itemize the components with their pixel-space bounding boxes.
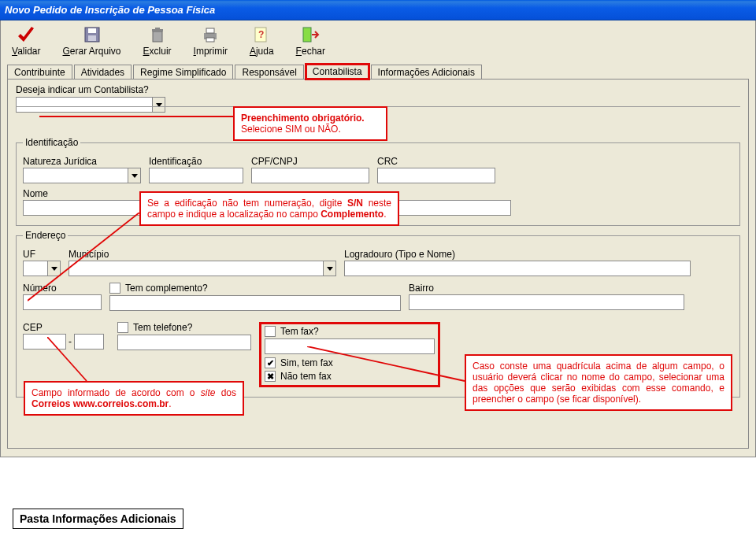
endereco-legend: Endereço — [23, 230, 68, 241]
tab-bar: Contribuinte Atividades Regime Simplific… — [1, 61, 755, 79]
callout-correios: Campo informado de acordo com o site dos… — [24, 381, 244, 416]
cep1-input[interactable] — [23, 334, 66, 350]
svg-rect-1 — [88, 28, 96, 33]
imprimir-label: Imprimir — [194, 46, 228, 57]
validar-label: Validar — [12, 46, 40, 57]
identificacao-legend: Identificação — [23, 137, 80, 148]
validar-button[interactable]: Validar — [12, 25, 40, 57]
tab-info-adicionais[interactable]: Informações Adicionais — [371, 65, 482, 80]
crc-input[interactable] — [377, 168, 495, 183]
numero-label: Número — [23, 283, 102, 294]
telefone-input[interactable] — [117, 335, 251, 350]
tem-telefone-label[interactable]: Tem telefone? — [133, 322, 192, 333]
cpfcnpj-input[interactable] — [251, 168, 369, 183]
chevron-down-icon — [153, 97, 165, 113]
deseja-indicar-label: Deseja indicar um Contabilista? — [16, 84, 740, 95]
cpfcnpj-label: CPF/CNPJ — [251, 156, 369, 167]
municipio-dropdown[interactable] — [69, 261, 336, 276]
logradouro-input[interactable] — [344, 261, 691, 276]
municipio-label: Município — [69, 249, 336, 260]
check-icon — [17, 25, 35, 44]
trash-icon — [148, 25, 167, 44]
tem-telefone-checkbox[interactable] — [117, 322, 128, 333]
deseja-indicar-dropdown[interactable] — [16, 97, 165, 113]
chevron-down-icon — [48, 261, 61, 276]
excluir-label: Excluir — [143, 46, 172, 57]
callout-numeracao: Se a edificação não tem numeração, digit… — [139, 191, 399, 226]
logradouro-label: Logradouro (Tipo e Nome) — [344, 249, 691, 260]
svg-rect-4 — [152, 29, 163, 31]
nat-juridica-dropdown[interactable] — [23, 168, 141, 183]
tab-contabilista[interactable]: Contabilista — [306, 64, 369, 80]
pasta-info-adicionais-label: Pasta Informações Adicionais — [13, 509, 183, 529]
svg-text:?: ? — [258, 29, 264, 40]
fechar-label: Fechar — [296, 46, 325, 57]
chevron-down-icon — [128, 168, 141, 183]
tem-fax-checkbox[interactable] — [265, 326, 276, 337]
toolbar: Validar Gerar Arquivo Excluir Imprimir ?… — [1, 20, 755, 60]
numero-input[interactable] — [23, 294, 102, 310]
svg-rect-7 — [206, 28, 214, 33]
tem-complemento-checkbox[interactable] — [109, 283, 120, 294]
nao-fax-label[interactable]: Não tem fax — [280, 371, 332, 382]
title-bar: Novo Pedido de Inscrição de Pessoa Físic… — [0, 0, 756, 20]
svg-rect-5 — [155, 28, 160, 29]
tab-atividades[interactable]: Atividades — [74, 65, 132, 80]
bairro-label: Bairro — [409, 283, 684, 294]
imprimir-button[interactable]: Imprimir — [194, 25, 228, 57]
sim-fax-checkbox[interactable]: ✔ — [265, 357, 276, 368]
disk-icon — [83, 25, 102, 44]
tab-responsavel[interactable]: Responsável — [235, 65, 303, 80]
crc-label: CRC — [377, 156, 495, 167]
svg-rect-8 — [206, 38, 214, 42]
nao-fax-checkbox[interactable]: ✖ — [265, 371, 276, 382]
chevron-down-icon — [324, 261, 336, 276]
uf-label: UF — [23, 249, 61, 260]
callout-preenchimento: Preenchimento obrigatório. Selecione SIM… — [233, 106, 387, 141]
fechar-button[interactable]: Fechar — [296, 25, 325, 57]
tem-fax-label[interactable]: Tem fax? — [280, 326, 319, 337]
svg-rect-2 — [88, 35, 96, 41]
cep2-input[interactable] — [74, 334, 104, 350]
svg-rect-3 — [153, 31, 162, 42]
gerar-label: Gerar Arquivo — [62, 46, 120, 57]
exit-icon — [301, 25, 320, 44]
sim-fax-label[interactable]: Sim, tem fax — [280, 357, 333, 368]
tem-complemento-label[interactable]: Tem complemento? — [125, 283, 208, 294]
identificacao-input[interactable] — [149, 168, 243, 183]
gerar-arquivo-button[interactable]: Gerar Arquivo — [62, 25, 120, 57]
cep-label: CEP — [23, 322, 109, 333]
printer-icon — [201, 25, 220, 44]
callout-quadricula: Caso conste uma quadrícula acima de algu… — [465, 354, 732, 411]
fax-input[interactable] — [265, 338, 435, 354]
ajuda-button[interactable]: ? Ajuda — [250, 25, 274, 57]
complemento-input[interactable] — [109, 295, 401, 311]
ajuda-label: Ajuda — [250, 46, 274, 57]
svg-rect-11 — [303, 28, 311, 42]
tab-contribuinte[interactable]: Contribuinte — [7, 65, 72, 80]
help-icon: ? — [252, 25, 271, 44]
bairro-input[interactable] — [409, 294, 684, 310]
cep-dash: - — [69, 336, 72, 347]
tab-regime[interactable]: Regime Simplificado — [133, 65, 233, 80]
nat-juridica-label: Natureza Jurídica — [23, 156, 141, 167]
identificacao-label: Identificação — [149, 156, 243, 167]
excluir-button[interactable]: Excluir — [143, 25, 172, 57]
window-title: Novo Pedido de Inscrição de Pessoa Físic… — [5, 4, 215, 16]
uf-dropdown[interactable] — [23, 261, 61, 276]
